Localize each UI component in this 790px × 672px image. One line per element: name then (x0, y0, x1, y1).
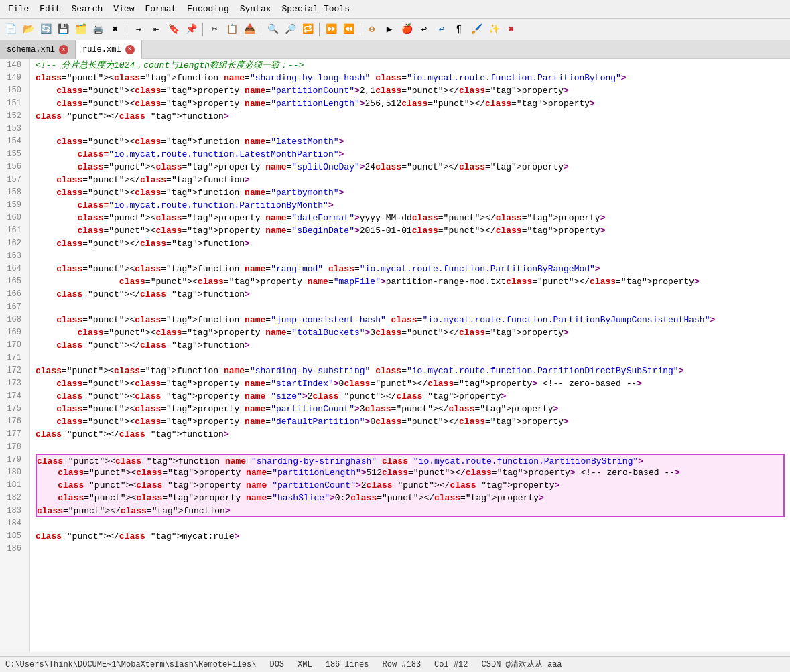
star-button[interactable]: ✨ (486, 21, 502, 38)
code-line: class="punct"><class="tag">function name… (36, 364, 785, 377)
code-line: class="punct"><class="tag">property name… (36, 403, 785, 415)
tab-rule-xml[interactable]: rule.xml × (76, 40, 142, 59)
code-line: class="punct"></class="tag">mycat:rule> (36, 530, 785, 543)
line-number: 155 (0, 148, 25, 161)
code-line: class="punct"></class="tag">function> (36, 505, 785, 517)
tab-schema-xml-label: schema.xml (7, 45, 55, 54)
tab-rule-xml-label: rule.xml (82, 45, 121, 54)
undo-button[interactable]: ↩ (416, 21, 432, 38)
browse2-button[interactable]: ⏪ (340, 21, 356, 38)
open-button[interactable]: 📂 (20, 21, 36, 38)
line-number: 150 (0, 84, 25, 97)
code-line: class="punct"></class="tag">function> (36, 174, 785, 186)
line-number: 166 (0, 288, 25, 301)
line-number: 156 (0, 161, 25, 174)
close2-button[interactable]: ✖ (503, 21, 519, 38)
bookmark-button[interactable]: 🔖 (166, 21, 182, 38)
menu-encoding[interactable]: Encoding (182, 3, 234, 15)
code-line: class="punct"><class="tag">property name… (36, 326, 785, 339)
outdent-button[interactable]: ⇤ (148, 21, 164, 38)
code-line: class="punct"><class="tag">function name… (36, 263, 785, 275)
code-line: class="punct"><class="tag">property name… (36, 161, 785, 174)
sep2 (202, 23, 203, 36)
indent-button[interactable]: ⇥ (131, 21, 147, 38)
close-button[interactable]: ✖ (107, 21, 123, 38)
line-number: 152 (0, 110, 25, 123)
line-number: 159 (0, 199, 25, 212)
menu-file[interactable]: File (3, 3, 34, 15)
redo-button[interactable]: ↩ (434, 21, 450, 38)
code-line: class="punct"></class="tag">function> (36, 110, 785, 123)
line-number: 168 (0, 314, 25, 326)
sep3 (261, 23, 261, 36)
code-line: class="io.mycat.route.function.Partition… (36, 199, 785, 212)
code-line: class="punct"><class="tag">property name… (36, 224, 785, 237)
code-line: class="punct"><class="tag">function name… (36, 454, 785, 466)
line-number: 160 (0, 212, 25, 224)
paint-button[interactable]: 🖌️ (468, 21, 484, 38)
pilcrow-button[interactable]: ¶ (451, 21, 467, 38)
code-line: class="punct"><class="tag">function name… (36, 186, 785, 199)
replace-button[interactable]: 🔁 (300, 21, 316, 38)
editor: 1481491501511521531541551561571581591601… (0, 59, 790, 652)
macro2-button[interactable]: 🍎 (399, 21, 415, 38)
toolbar: 📄 📂 🔄 💾 🗂️ 🖨️ ✖ ⇥ ⇤ 🔖 📌 ✂️ 📋 📥 🔍 🔎 🔁 ⏩ ⏪… (0, 19, 790, 40)
line-number: 182 (0, 492, 25, 505)
copy-button[interactable]: 📋 (224, 21, 240, 38)
tab-bar: schema.xml × rule.xml × (0, 40, 790, 59)
code-area[interactable]: <!-- 分片总长度为1024，count与length数组长度必须一致；-->… (30, 59, 790, 652)
code-line: class="punct"><class="tag">property name… (36, 479, 785, 492)
code-line: class="punct"><class="tag">property name… (36, 390, 785, 403)
tab-schema-xml-close[interactable]: × (59, 45, 68, 54)
code-line (36, 301, 785, 314)
menu-view[interactable]: View (108, 3, 139, 15)
line-number: 149 (0, 72, 25, 84)
menu-search[interactable]: Search (66, 3, 108, 15)
line-number: 184 (0, 517, 25, 530)
browse1-button[interactable]: ⏩ (323, 21, 339, 38)
code-line: class="punct"></class="tag">function> (36, 237, 785, 250)
reload-button[interactable]: 🔄 (38, 21, 54, 38)
paste-button[interactable]: 📥 (241, 21, 257, 38)
code-line: class="punct"><class="tag">property name… (36, 84, 785, 97)
find2-button[interactable]: 🔎 (282, 21, 298, 38)
tab-rule-xml-close[interactable]: × (125, 45, 135, 54)
code-line (36, 250, 785, 263)
line-number: 165 (0, 275, 25, 288)
code-line: class="punct"><class="tag">function name… (36, 135, 785, 148)
code-line (36, 123, 785, 135)
line-number: 175 (0, 403, 25, 415)
code-line: class="punct"><class="tag">property name… (36, 212, 785, 224)
save-button[interactable]: 💾 (55, 21, 71, 38)
menu-special-tools[interactable]: Special Tools (277, 3, 355, 15)
sep4 (319, 23, 320, 36)
tab-schema-xml[interactable]: schema.xml × (0, 40, 76, 59)
code-line: class="punct"><class="tag">property name… (36, 415, 785, 428)
save-all-button[interactable]: 🗂️ (72, 21, 88, 38)
code-line: <!-- 分片总长度为1024，count与length数组长度必须一致；--> (36, 59, 785, 72)
code-line (36, 352, 785, 364)
menu-format[interactable]: Format (139, 3, 182, 15)
print-button[interactable]: 🖨️ (90, 21, 106, 38)
line-number: 185 (0, 530, 25, 543)
code-line: class="punct"><class="tag">property name… (36, 275, 785, 288)
macro1-button[interactable]: ▶ (381, 21, 397, 38)
menu-edit[interactable]: Edit (34, 3, 66, 15)
line-number: 148 (0, 59, 25, 72)
new-button[interactable]: 📄 (3, 21, 19, 38)
code-line (36, 517, 785, 530)
menu-syntax[interactable]: Syntax (235, 3, 277, 15)
code-line: class="punct"><class="tag">function name… (36, 72, 785, 84)
line-number: 167 (0, 301, 25, 314)
line-number: 171 (0, 352, 25, 364)
sep1 (127, 23, 127, 36)
code-line: class="punct"></class="tag">function> (36, 339, 785, 352)
line-number: 158 (0, 186, 25, 199)
bookmark2-button[interactable]: 📌 (183, 21, 199, 38)
code-line: class="punct"><class="tag">property name… (36, 97, 785, 110)
cut-button[interactable]: ✂️ (206, 21, 222, 38)
line-number: 151 (0, 97, 25, 110)
line-number: 186 (0, 543, 25, 555)
run-button[interactable]: ⚙️ (364, 21, 380, 38)
find-button[interactable]: 🔍 (265, 21, 281, 38)
